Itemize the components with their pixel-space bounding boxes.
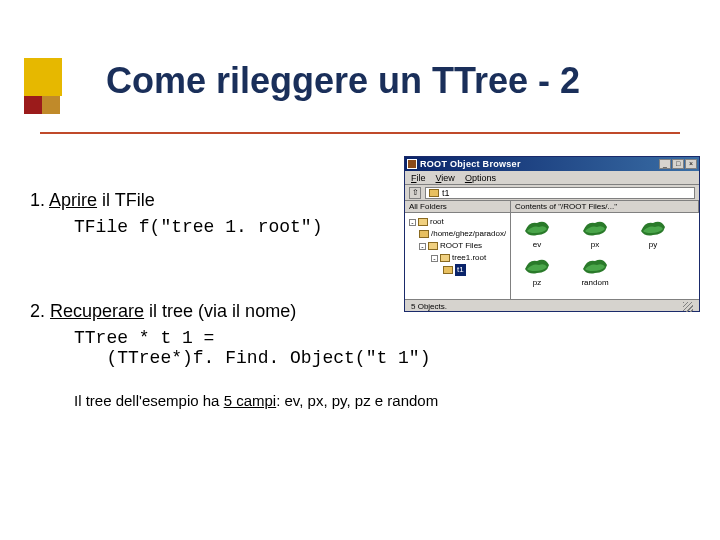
step-1-action: Aprire: [49, 190, 97, 210]
item-label: py: [649, 240, 657, 249]
tree-node-path[interactable]: /home/ghez/paradox/ROOT_3D...: [431, 228, 506, 240]
folder-icon: [419, 230, 429, 238]
folder-icon: [440, 254, 450, 262]
square-gold: [42, 96, 60, 114]
folder-icon: [429, 189, 439, 197]
step-2-action: Recuperare: [50, 301, 144, 321]
slide-title: Come rileggere un TTree - 2: [106, 60, 580, 102]
column-headers: All Folders Contents of "/ROOT Files/...…: [405, 201, 699, 213]
footnote-underline: 5 campi: [224, 392, 277, 409]
list-item[interactable]: pz: [515, 255, 559, 287]
maximize-button[interactable]: □: [672, 159, 684, 169]
window-controls: _ □ ×: [659, 159, 697, 169]
column-header-folders: All Folders: [405, 201, 511, 212]
up-button[interactable]: ⇧: [409, 187, 421, 199]
leaf-icon: [581, 217, 609, 239]
square-yellow: [24, 58, 62, 96]
footnote-post: : ev, px, py, pz e random: [276, 392, 438, 409]
expander-icon[interactable]: -: [409, 219, 416, 226]
window-title: ROOT Object Browser: [420, 159, 521, 169]
browser-window: ROOT Object Browser _ □ × File View Opti…: [404, 156, 700, 312]
step-2-code-line-2: (TTree*)f. Find. Object("t 1"): [74, 348, 690, 368]
tree-node-root[interactable]: root: [430, 216, 444, 228]
tree-node-rootfiles[interactable]: ROOT Files: [440, 240, 482, 252]
status-bar: 5 Objects.: [405, 299, 699, 313]
leaf-icon: [581, 255, 609, 277]
close-button[interactable]: ×: [685, 159, 697, 169]
footnote: Il tree dell'esempio ha 5 campi: ev, px,…: [74, 392, 690, 409]
step-1-number: 1.: [30, 190, 45, 210]
list-item[interactable]: random: [573, 255, 617, 287]
item-label: ev: [533, 240, 541, 249]
menu-bar: File View Options: [405, 171, 699, 185]
address-text: t1: [442, 188, 450, 198]
expander-icon[interactable]: -: [419, 243, 426, 250]
menu-options[interactable]: Options: [465, 173, 496, 183]
status-text: 5 Objects.: [411, 302, 447, 311]
folder-icon: [428, 242, 438, 250]
tree-node-file[interactable]: tree1.root: [452, 252, 486, 264]
list-item[interactable]: py: [631, 217, 675, 249]
divider: [40, 132, 680, 134]
decorative-squares: [24, 58, 104, 148]
window-titlebar: ROOT Object Browser _ □ ×: [405, 157, 699, 171]
resize-grip[interactable]: [683, 302, 693, 312]
minimize-button[interactable]: _: [659, 159, 671, 169]
tree-pane[interactable]: -root /home/ghez/paradox/ROOT_3D... -ROO…: [405, 213, 511, 299]
leaf-icon: [523, 217, 551, 239]
step-2-rest: il tree (via il nome): [144, 301, 296, 321]
leaf-icon: [639, 217, 667, 239]
panes: -root /home/ghez/paradox/ROOT_3D... -ROO…: [405, 213, 699, 299]
folder-icon: [443, 266, 453, 274]
list-item[interactable]: ev: [515, 217, 559, 249]
leaf-icon: [523, 255, 551, 277]
app-icon: [407, 159, 417, 169]
address-bar[interactable]: t1: [425, 187, 695, 199]
step-2-code-line-1: TTree * t 1 =: [74, 328, 690, 348]
item-label: pz: [533, 278, 541, 287]
item-label: random: [581, 278, 608, 287]
toolbar: ⇧ t1: [405, 185, 699, 201]
item-label: px: [591, 240, 599, 249]
contents-pane[interactable]: ev px py pz random: [511, 213, 699, 299]
square-red: [24, 96, 42, 114]
step-1-rest: il TFile: [97, 190, 155, 210]
footnote-pre: Il tree dell'esempio ha: [74, 392, 224, 409]
list-item[interactable]: px: [573, 217, 617, 249]
expander-icon[interactable]: -: [431, 255, 438, 262]
menu-view[interactable]: View: [436, 173, 455, 183]
menu-file[interactable]: File: [411, 173, 426, 183]
step-2-number: 2.: [30, 301, 45, 321]
tree-node-selected[interactable]: t1: [455, 264, 466, 276]
folder-icon: [418, 218, 428, 226]
column-header-contents: Contents of "/ROOT Files/...": [511, 201, 699, 212]
